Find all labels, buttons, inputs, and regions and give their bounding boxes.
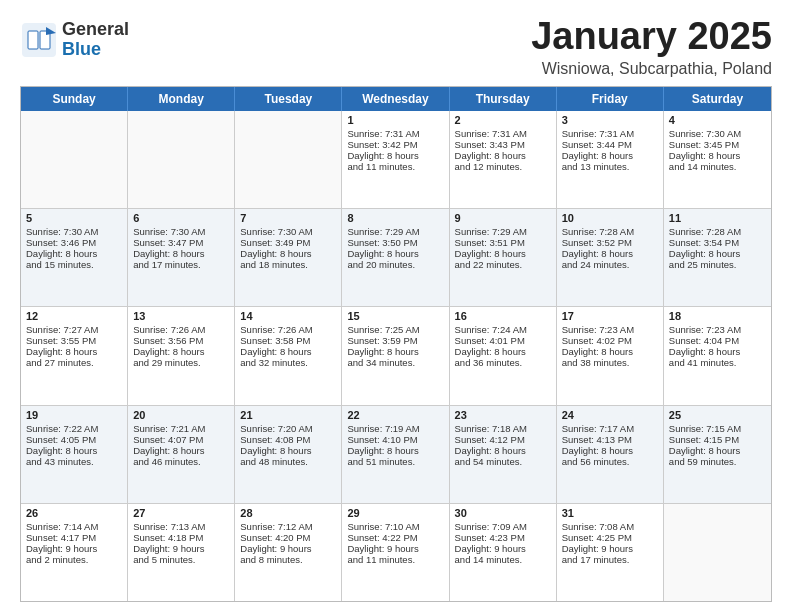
day-info-line-2: Daylight: 8 hours xyxy=(562,346,658,357)
day-info-line-3: and 25 minutes. xyxy=(669,259,766,270)
day-info-line-3: and 27 minutes. xyxy=(26,357,122,368)
day-info-line-1: Sunset: 3:45 PM xyxy=(669,139,766,150)
day-info-line-0: Sunrise: 7:09 AM xyxy=(455,521,551,532)
day-info-line-3: and 29 minutes. xyxy=(133,357,229,368)
calendar-cell-day-9: 9Sunrise: 7:29 AMSunset: 3:51 PMDaylight… xyxy=(450,209,557,306)
day-number: 28 xyxy=(240,507,336,519)
day-info-line-0: Sunrise: 7:17 AM xyxy=(562,423,658,434)
day-info-line-3: and 15 minutes. xyxy=(26,259,122,270)
day-info-line-0: Sunrise: 7:27 AM xyxy=(26,324,122,335)
calendar-cell-day-14: 14Sunrise: 7:26 AMSunset: 3:58 PMDayligh… xyxy=(235,307,342,404)
calendar-row-4: 26Sunrise: 7:14 AMSunset: 4:17 PMDayligh… xyxy=(21,503,771,601)
header-day-sunday: Sunday xyxy=(21,87,128,111)
logo-icon xyxy=(20,21,58,59)
day-number: 24 xyxy=(562,409,658,421)
day-info-line-3: and 24 minutes. xyxy=(562,259,658,270)
logo-text: General Blue xyxy=(62,20,129,60)
day-number: 2 xyxy=(455,114,551,126)
calendar-cell-day-28: 28Sunrise: 7:12 AMSunset: 4:20 PMDayligh… xyxy=(235,504,342,601)
day-info-line-1: Sunset: 3:43 PM xyxy=(455,139,551,150)
day-info-line-3: and 38 minutes. xyxy=(562,357,658,368)
day-info-line-2: Daylight: 9 hours xyxy=(347,543,443,554)
day-info-line-1: Sunset: 4:10 PM xyxy=(347,434,443,445)
calendar-header: SundayMondayTuesdayWednesdayThursdayFrid… xyxy=(21,87,771,111)
day-number: 18 xyxy=(669,310,766,322)
day-info-line-0: Sunrise: 7:30 AM xyxy=(133,226,229,237)
day-info-line-0: Sunrise: 7:18 AM xyxy=(455,423,551,434)
day-info-line-0: Sunrise: 7:28 AM xyxy=(562,226,658,237)
day-info-line-0: Sunrise: 7:21 AM xyxy=(133,423,229,434)
header-day-monday: Monday xyxy=(128,87,235,111)
day-number: 6 xyxy=(133,212,229,224)
header-day-tuesday: Tuesday xyxy=(235,87,342,111)
day-info-line-3: and 56 minutes. xyxy=(562,456,658,467)
day-info-line-0: Sunrise: 7:26 AM xyxy=(240,324,336,335)
day-info-line-0: Sunrise: 7:24 AM xyxy=(455,324,551,335)
day-info-line-2: Daylight: 8 hours xyxy=(347,150,443,161)
day-info-line-2: Daylight: 8 hours xyxy=(669,248,766,259)
svg-rect-0 xyxy=(22,23,56,57)
day-number: 26 xyxy=(26,507,122,519)
day-info-line-3: and 59 minutes. xyxy=(669,456,766,467)
day-info-line-2: Daylight: 8 hours xyxy=(669,346,766,357)
day-number: 20 xyxy=(133,409,229,421)
day-info-line-1: Sunset: 4:04 PM xyxy=(669,335,766,346)
svg-rect-1 xyxy=(28,31,38,49)
day-info-line-2: Daylight: 8 hours xyxy=(669,445,766,456)
day-number: 22 xyxy=(347,409,443,421)
day-info-line-3: and 43 minutes. xyxy=(26,456,122,467)
day-info-line-3: and 17 minutes. xyxy=(562,554,658,565)
calendar-body: 1Sunrise: 7:31 AMSunset: 3:42 PMDaylight… xyxy=(21,111,771,601)
day-info-line-1: Sunset: 3:54 PM xyxy=(669,237,766,248)
day-info-line-2: Daylight: 8 hours xyxy=(240,346,336,357)
calendar-cell-day-2: 2Sunrise: 7:31 AMSunset: 3:43 PMDaylight… xyxy=(450,111,557,208)
day-info-line-0: Sunrise: 7:20 AM xyxy=(240,423,336,434)
day-info-line-3: and 34 minutes. xyxy=(347,357,443,368)
day-info-line-2: Daylight: 8 hours xyxy=(562,445,658,456)
day-info-line-1: Sunset: 4:12 PM xyxy=(455,434,551,445)
day-info-line-1: Sunset: 4:05 PM xyxy=(26,434,122,445)
calendar-cell-day-7: 7Sunrise: 7:30 AMSunset: 3:49 PMDaylight… xyxy=(235,209,342,306)
day-info-line-0: Sunrise: 7:30 AM xyxy=(669,128,766,139)
day-info-line-1: Sunset: 4:18 PM xyxy=(133,532,229,543)
calendar-cell-day-17: 17Sunrise: 7:23 AMSunset: 4:02 PMDayligh… xyxy=(557,307,664,404)
day-number: 4 xyxy=(669,114,766,126)
day-info-line-2: Daylight: 8 hours xyxy=(455,445,551,456)
calendar-cell-day-10: 10Sunrise: 7:28 AMSunset: 3:52 PMDayligh… xyxy=(557,209,664,306)
logo-blue: Blue xyxy=(62,40,129,60)
day-info-line-2: Daylight: 8 hours xyxy=(26,248,122,259)
day-info-line-0: Sunrise: 7:26 AM xyxy=(133,324,229,335)
calendar-cell-day-27: 27Sunrise: 7:13 AMSunset: 4:18 PMDayligh… xyxy=(128,504,235,601)
day-number: 25 xyxy=(669,409,766,421)
calendar-row-3: 19Sunrise: 7:22 AMSunset: 4:05 PMDayligh… xyxy=(21,405,771,503)
day-info-line-0: Sunrise: 7:30 AM xyxy=(26,226,122,237)
location-subtitle: Wisniowa, Subcarpathia, Poland xyxy=(531,60,772,78)
day-info-line-0: Sunrise: 7:19 AM xyxy=(347,423,443,434)
day-info-line-1: Sunset: 3:58 PM xyxy=(240,335,336,346)
day-info-line-3: and 14 minutes. xyxy=(669,161,766,172)
day-info-line-2: Daylight: 8 hours xyxy=(133,248,229,259)
calendar-cell-day-30: 30Sunrise: 7:09 AMSunset: 4:23 PMDayligh… xyxy=(450,504,557,601)
day-info-line-1: Sunset: 4:07 PM xyxy=(133,434,229,445)
day-info-line-1: Sunset: 3:44 PM xyxy=(562,139,658,150)
day-info-line-0: Sunrise: 7:10 AM xyxy=(347,521,443,532)
day-number: 7 xyxy=(240,212,336,224)
calendar-cell-day-15: 15Sunrise: 7:25 AMSunset: 3:59 PMDayligh… xyxy=(342,307,449,404)
day-info-line-1: Sunset: 4:08 PM xyxy=(240,434,336,445)
day-number: 30 xyxy=(455,507,551,519)
day-info-line-1: Sunset: 3:56 PM xyxy=(133,335,229,346)
calendar-cell-day-20: 20Sunrise: 7:21 AMSunset: 4:07 PMDayligh… xyxy=(128,406,235,503)
day-number: 19 xyxy=(26,409,122,421)
day-info-line-3: and 2 minutes. xyxy=(26,554,122,565)
day-number: 12 xyxy=(26,310,122,322)
calendar-cell-day-22: 22Sunrise: 7:19 AMSunset: 4:10 PMDayligh… xyxy=(342,406,449,503)
day-info-line-1: Sunset: 4:02 PM xyxy=(562,335,658,346)
calendar-cell-day-12: 12Sunrise: 7:27 AMSunset: 3:55 PMDayligh… xyxy=(21,307,128,404)
day-number: 1 xyxy=(347,114,443,126)
calendar-cell-day-18: 18Sunrise: 7:23 AMSunset: 4:04 PMDayligh… xyxy=(664,307,771,404)
day-info-line-2: Daylight: 8 hours xyxy=(562,248,658,259)
calendar-cell-empty-0-1 xyxy=(128,111,235,208)
day-number: 29 xyxy=(347,507,443,519)
calendar-cell-day-24: 24Sunrise: 7:17 AMSunset: 4:13 PMDayligh… xyxy=(557,406,664,503)
day-number: 11 xyxy=(669,212,766,224)
